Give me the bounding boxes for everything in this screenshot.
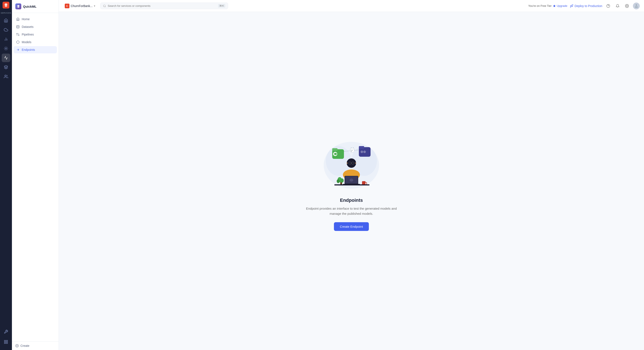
sidebar-item-endpoints-label: Endpoints: [22, 48, 35, 51]
create-endpoint-button[interactable]: Create Endpoint: [334, 222, 369, 231]
empty-state-title: Endpoints: [340, 197, 363, 203]
search-icon: [103, 4, 106, 7]
gear-icon: [625, 4, 629, 8]
upgrade-link[interactable]: Upgrade: [553, 4, 567, 7]
deploy-label: Deploy to Production: [574, 4, 602, 8]
empty-state-description: Endpoint provides an interface to test t…: [300, 206, 402, 216]
svg-point-17: [103, 5, 105, 6]
rail-section-label: Services: [1, 12, 11, 14]
svg-rect-49: [355, 163, 356, 164]
endpoints-illustration: [317, 131, 386, 191]
topbar-right: You're on Free Tier Upgrade Deploy to Pr…: [528, 2, 640, 9]
svg-rect-61: [334, 184, 370, 185]
rail-icon-people[interactable]: [2, 72, 10, 81]
project-chevron-icon: ▾: [94, 4, 95, 7]
rail-icon-deploy[interactable]: [2, 63, 10, 71]
sidebar-brand[interactable]: QuickML: [12, 0, 58, 13]
help-circle-icon: [606, 4, 610, 8]
svg-rect-41: [351, 150, 352, 151]
sidebar-nav: Home Datasets Pipelines Models Endpoints: [12, 13, 58, 341]
sidebar-item-pipelines[interactable]: Pipelines: [14, 31, 57, 38]
datasets-nav-icon: [16, 25, 20, 28]
svg-point-35: [363, 151, 366, 153]
svg-rect-48: [347, 163, 348, 164]
svg-point-59: [337, 179, 340, 183]
main-content: Endpoints Endpoint provides an interface…: [59, 12, 644, 350]
settings-icon-button[interactable]: [624, 2, 630, 9]
svg-point-58: [340, 178, 344, 183]
topbar: C ChurnForBank... ▾ ⌘•K You're on Free T…: [59, 0, 644, 12]
home-nav-icon: [16, 17, 20, 21]
project-name: ChurnForBank...: [71, 4, 93, 8]
bell-icon: [616, 4, 620, 8]
rail-icon-endpoints[interactable]: [2, 54, 10, 62]
project-icon: C: [65, 3, 70, 8]
svg-rect-27: [332, 148, 338, 151]
svg-point-34: [360, 151, 363, 153]
brand-name: QuickML: [23, 5, 36, 8]
sidebar-footer: Create: [12, 341, 58, 350]
upgrade-label: Upgrade: [557, 4, 567, 7]
user-avatar[interactable]: [633, 2, 640, 9]
brand-icon: [15, 3, 21, 9]
pipelines-nav-icon: [16, 33, 20, 36]
svg-rect-8: [4, 342, 6, 344]
svg-point-9: [16, 25, 19, 26]
models-nav-icon: [16, 40, 20, 44]
svg-point-19: [607, 4, 610, 7]
svg-point-4: [5, 75, 6, 77]
avatar-person-icon: [634, 4, 638, 8]
svg-point-3: [6, 48, 6, 49]
rail-icon-models[interactable]: [2, 44, 10, 53]
project-selector[interactable]: C ChurnForBank... ▾: [63, 3, 97, 9]
svg-point-10: [18, 35, 19, 36]
help-icon-button[interactable]: [605, 2, 612, 9]
svg-rect-42: [352, 150, 353, 151]
endpoints-nav-icon: [16, 48, 20, 51]
sidebar-item-endpoints[interactable]: Endpoints: [14, 46, 57, 53]
rail-icon-grid[interactable]: [2, 338, 10, 346]
upgrade-icon: [553, 4, 556, 7]
svg-line-18: [105, 6, 106, 7]
search-bar[interactable]: ⌘•K: [100, 2, 228, 9]
rail-icon-home[interactable]: [2, 16, 10, 25]
svg-point-21: [626, 5, 628, 6]
sidebar-item-datasets[interactable]: Datasets: [14, 23, 57, 30]
app-logo[interactable]: [2, 2, 9, 8]
svg-point-22: [636, 4, 637, 6]
rail-icon-analytics[interactable]: [2, 35, 10, 43]
create-label: Create: [20, 344, 30, 348]
deploy-to-production-button[interactable]: Deploy to Production: [570, 4, 602, 8]
create-button[interactable]: Create: [15, 344, 55, 348]
rail-icon-cloud[interactable]: [2, 25, 10, 34]
svg-point-11: [16, 33, 18, 34]
rocket-icon: [570, 4, 573, 8]
rail-bottom: [2, 327, 10, 348]
endpoints-empty-state: Endpoints Endpoint provides an interface…: [292, 123, 411, 239]
free-tier-text: You're on Free Tier: [528, 4, 552, 7]
svg-rect-33: [359, 146, 364, 149]
sidebar-item-models[interactable]: Models: [14, 38, 57, 46]
sidebar-item-home-label: Home: [22, 17, 30, 21]
sidebar-item-home[interactable]: Home: [14, 15, 57, 23]
sidebar-item-pipelines-label: Pipelines: [22, 33, 34, 36]
svg-rect-6: [6, 341, 8, 342]
free-tier-badge: You're on Free Tier Upgrade: [528, 4, 567, 7]
search-shortcut: ⌘•K: [218, 4, 225, 8]
search-input[interactable]: [108, 4, 216, 7]
sidebar: QuickML Home Datasets Pipelines Models E…: [12, 0, 59, 350]
plus-circle-icon: [15, 344, 19, 348]
icon-rail: Services: [0, 0, 12, 350]
svg-rect-7: [6, 342, 8, 344]
main-wrapper: C ChurnForBank... ▾ ⌘•K You're on Free T…: [59, 0, 644, 350]
sidebar-item-datasets-label: Datasets: [22, 25, 34, 28]
sidebar-item-models-label: Models: [22, 40, 31, 44]
notifications-icon-button[interactable]: [614, 2, 621, 9]
svg-rect-43: [351, 151, 352, 152]
svg-rect-5: [4, 341, 6, 342]
rail-icon-tools[interactable]: [2, 328, 10, 336]
